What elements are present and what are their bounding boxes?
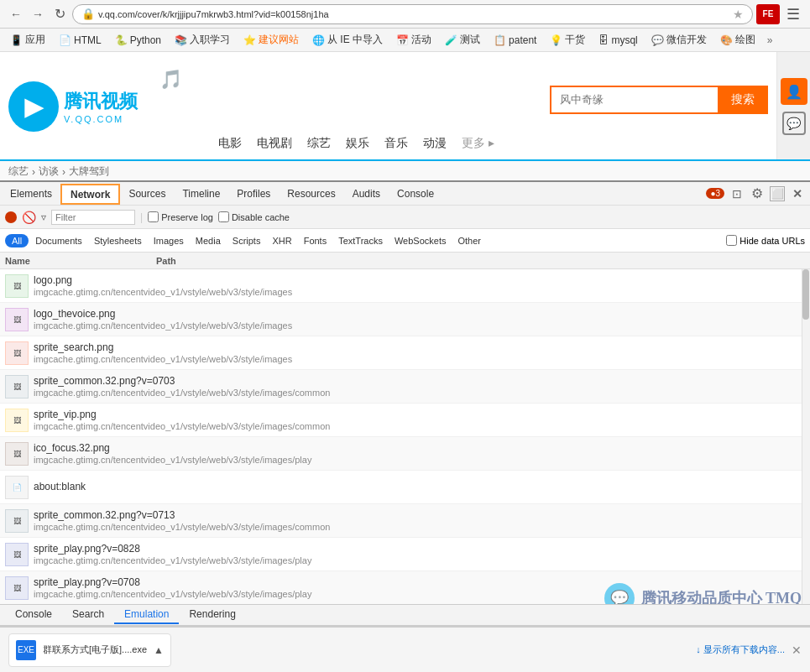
scrollbar-track[interactable] [802, 269, 810, 609]
row-name: logo_thevoice.png [34, 308, 805, 320]
tencent-logo: ▶ 腾讯视频 V.QQ.COM [8, 81, 138, 132]
table-row[interactable]: 📄 about:blank [0, 471, 810, 504]
nav-icons: FE ☰ [756, 4, 803, 24]
nav-movies[interactable]: 电影 [218, 136, 242, 151]
preserve-log-checkbox[interactable] [148, 211, 159, 222]
breadcrumb-interview[interactable]: 访谈 [39, 164, 59, 179]
bookmark-learning[interactable]: 📚 入职学习 [170, 31, 235, 49]
bookmark-draw[interactable]: 🎨 绘图 [715, 31, 760, 49]
type-all[interactable]: All [5, 234, 29, 247]
table-row[interactable]: 🖼 sprite_common.32.png?v=0713 imgcache.g… [0, 504, 810, 538]
table-row[interactable]: 🖼 logo_thevoice.png imgcache.gtimg.cn/te… [0, 303, 810, 336]
bookmark-apps[interactable]: 📱 应用 [5, 31, 50, 49]
tab-sources[interactable]: Sources [120, 182, 174, 205]
breadcrumb-variety[interactable]: 综艺 [8, 164, 29, 179]
scrollbar-thumb[interactable] [802, 269, 809, 320]
tencent-logo-circle: ▶ [8, 81, 59, 132]
tab-resources[interactable]: Resources [279, 182, 343, 205]
nav-tv[interactable]: 电视剧 [257, 136, 292, 151]
btab-emulation[interactable]: Emulation [114, 606, 179, 624]
tab-elements[interactable]: Elements [2, 182, 60, 205]
type-images[interactable]: Images [149, 234, 189, 247]
table-row[interactable]: 🖼 ico_focus.32.png imgcache.gtimg.cn/ten… [0, 437, 810, 471]
row-info: logo.png imgcache.gtimg.cn/tencentvideo_… [34, 274, 805, 297]
row-path: imgcache.gtimg.cn/tencentvideo_v1/vstyle… [34, 354, 805, 364]
close-download-bar[interactable]: ✕ [792, 643, 802, 657]
bookmark-import[interactable]: 🌐 从 IE 中导入 [307, 31, 388, 49]
bookmark-wechat[interactable]: 💬 微信开发 [646, 31, 712, 49]
table-row[interactable]: 🖼 sprite_play.png?v=0708 imgcache.gtimg.… [0, 571, 810, 605]
tab-profiles[interactable]: Profiles [228, 182, 279, 205]
bookmark-goods[interactable]: 💡 干货 [545, 31, 590, 49]
nav-music[interactable]: 音乐 [384, 136, 408, 151]
nav-entertainment[interactable]: 娱乐 [346, 136, 369, 151]
btab-console[interactable]: Console [5, 606, 62, 624]
console-icon[interactable]: ⊡ [729, 186, 745, 201]
type-texttracks[interactable]: TextTracks [333, 234, 388, 247]
disable-cache-checkbox[interactable] [218, 211, 229, 222]
type-websockets[interactable]: WebSockets [389, 234, 452, 247]
type-documents[interactable]: Documents [30, 234, 87, 247]
bookmark-html[interactable]: 📄 HTML [54, 33, 107, 48]
clear-button[interactable]: 🚫 [22, 211, 36, 224]
type-scripts[interactable]: Scripts [227, 234, 266, 247]
btab-rendering[interactable]: Rendering [179, 606, 245, 624]
bookmark-python[interactable]: 🐍 Python [110, 33, 166, 48]
column-headers: Name Path [0, 253, 810, 269]
table-row[interactable]: 🖼 sprite_common.32.png?v=0703 imgcache.g… [0, 370, 810, 404]
table-row[interactable]: 🖼 sprite_search.png imgcache.gtimg.cn/te… [0, 336, 810, 370]
undock-icon[interactable]: ⬜ [770, 186, 785, 201]
right-side-panel: 👤 💬 [776, 52, 810, 161]
table-row[interactable]: 🖼 logo.png imgcache.gtimg.cn/tencentvide… [0, 269, 810, 303]
type-xhr[interactable]: XHR [267, 234, 296, 247]
bookmark-test[interactable]: 🧪 测试 [440, 31, 485, 49]
settings-icon[interactable]: ⚙ [750, 186, 765, 201]
table-row[interactable]: 🖼 sprite_vip.png imgcache.gtimg.cn/tence… [0, 404, 810, 437]
user-avatar[interactable]: 👤 [781, 78, 807, 105]
menu-button[interactable]: ☰ [783, 5, 803, 23]
table-row[interactable]: 🖼 sprite_play.png?v=0828 imgcache.gtimg.… [0, 538, 810, 571]
row-icon: 🖼 [5, 341, 29, 365]
refresh-button[interactable]: ↻ [50, 5, 69, 23]
sep1: › [29, 166, 39, 178]
record-button[interactable] [5, 211, 17, 223]
message-icon[interactable]: 💬 [782, 112, 806, 135]
tab-network[interactable]: Network [60, 184, 120, 205]
forward-button[interactable]: → [29, 5, 47, 23]
preserve-log-label[interactable]: Preserve log [148, 211, 213, 222]
show-all-downloads[interactable]: ↓ 显示所有下载内容... [696, 643, 785, 656]
type-stylesheets[interactable]: Stylesheets [89, 234, 147, 247]
close-devtools-icon[interactable]: ✕ [790, 186, 805, 201]
bookmarks-more[interactable]: » [764, 33, 776, 48]
disable-cache-label[interactable]: Disable cache [218, 211, 290, 222]
back-button[interactable]: ← [7, 5, 25, 23]
search-input[interactable] [550, 86, 718, 114]
row-path: imgcache.gtimg.cn/tencentvideo_v1/vstyle… [34, 522, 805, 532]
tab-audits[interactable]: Audits [344, 182, 389, 205]
search-button[interactable]: 搜索 [718, 86, 768, 114]
type-fonts[interactable]: Fonts [299, 234, 332, 247]
bookmark-patent[interactable]: 📋 patent [489, 33, 541, 48]
star-icon[interactable]: ★ [733, 8, 744, 21]
tab-console[interactable]: Console [389, 182, 442, 205]
fe-icon[interactable]: FE [756, 4, 780, 24]
download-arrow-icon[interactable]: ▲ [154, 644, 164, 656]
network-list[interactable]: 🖼 logo.png imgcache.gtimg.cn/tencentvide… [0, 269, 810, 609]
type-media[interactable]: Media [191, 234, 226, 247]
nav-more[interactable]: 更多 ▸ [462, 136, 494, 151]
devtools-panel: Elements Network Sources Timeline Profil… [0, 180, 810, 626]
filter-input[interactable] [51, 210, 135, 225]
row-info: sprite_play.png?v=0708 imgcache.gtimg.cn… [34, 576, 805, 599]
bookmark-mysql[interactable]: 🗄 mysql [593, 33, 642, 48]
bookmark-suggest[interactable]: ⭐ 建议网站 [238, 31, 304, 49]
row-path: imgcache.gtimg.cn/tencentvideo_v1/vstyle… [34, 555, 805, 565]
nav-variety[interactable]: 综艺 [307, 136, 331, 151]
filter-toggle[interactable]: ▿ [41, 211, 46, 223]
tab-timeline[interactable]: Timeline [174, 182, 228, 205]
btab-search[interactable]: Search [62, 606, 114, 624]
hide-data-urls-checkbox[interactable] [726, 235, 737, 246]
bookmark-activity[interactable]: 📅 活动 [391, 31, 436, 49]
address-bar[interactable]: 🔒 v.qq.com/cover/k/krjjjipu7mkrwb3.html?… [72, 4, 753, 24]
nav-animation[interactable]: 动漫 [423, 136, 447, 151]
type-other[interactable]: Other [453, 234, 487, 247]
